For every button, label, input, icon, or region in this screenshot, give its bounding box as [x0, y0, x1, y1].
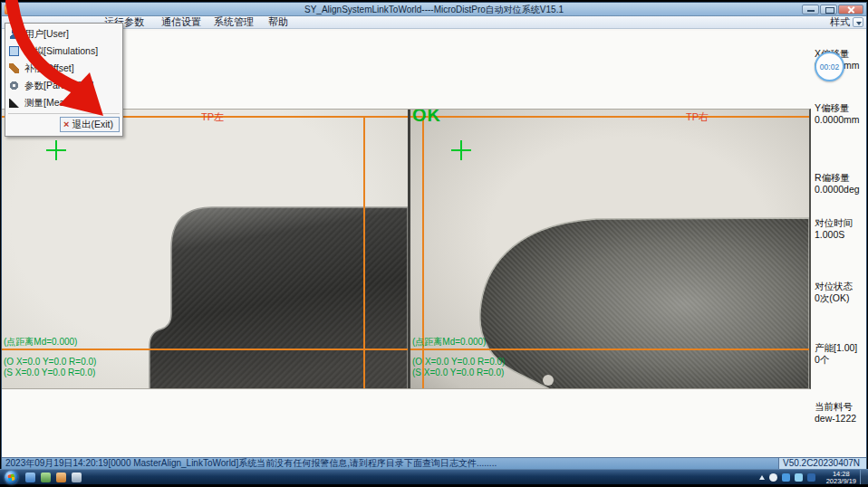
menu-item-system-manage[interactable]: 系统管理	[210, 16, 257, 28]
stat-capacity: 产能[1.00] 0个	[815, 342, 867, 366]
exit-button[interactable]: × 退出(Exit)	[60, 117, 120, 132]
stat-align-status: 对位状态 0次(OK)	[815, 281, 867, 304]
menu-item-comm-settings[interactable]: 通信设置	[158, 16, 205, 28]
window-title: SY_AlignSystemLinkToWorld----MicroDistPr…	[2, 3, 866, 16]
ok-status-label: OK	[412, 110, 441, 126]
maximize-button[interactable]	[820, 5, 837, 14]
style-label: 样式	[830, 16, 850, 28]
taskbar-app-icon[interactable]	[56, 473, 66, 482]
menu-item-label: 测量[Measuring]	[24, 97, 93, 110]
taskbar-app-icon[interactable]	[25, 473, 35, 482]
distance-readout: (点距离Md=0.000)	[412, 337, 486, 347]
recorder-badge[interactable]: 00:02	[815, 52, 844, 81]
menu-item-label: 模拟[Simulations]	[24, 45, 98, 58]
menu-item-help[interactable]: 帮助	[265, 16, 292, 28]
camera-viewport: TP左 (点距离Md=0.000) (O X=0.0 Y=0.0 R=0.0) …	[2, 109, 811, 389]
menu-item-label: 用户[User]	[24, 28, 69, 41]
crosshair-top-line	[410, 116, 809, 118]
params-icon	[9, 81, 19, 91]
menu-bar: 运行参数 通信设置 系统管理 帮助 样式	[2, 16, 866, 29]
caption-buttons	[802, 5, 863, 14]
dropdown-menu: 用户[User] 模拟[Simulations] 补偿[Offset] 参数[P…	[5, 23, 123, 137]
camera-title-left: TP左	[201, 110, 224, 124]
close-button[interactable]	[838, 5, 863, 14]
stat-r-offset: R偏移量 0.0000deg	[815, 172, 867, 196]
status-message: 2023年09月19日14:20:19[0000 MasterAlign_Lin…	[5, 458, 497, 469]
stat-label: R偏移量	[815, 172, 867, 184]
tray-icon[interactable]	[807, 473, 815, 482]
camera-panel-right: OK TP右 (点距离Md=0.000) (O X=0.0 Y=0.0 R=0.…	[410, 110, 809, 388]
simulation-icon	[9, 46, 19, 56]
tray-icon[interactable]	[782, 473, 790, 482]
minimize-button[interactable]	[802, 5, 819, 14]
crosshair-vertical-line	[422, 116, 424, 388]
s-offset-readout: (S X=0.0 Y=0.0 R=0.0)	[4, 368, 95, 377]
stat-align-time: 对位时间 1.000S	[815, 217, 867, 241]
menu-item-label: 参数[Param Set]	[24, 80, 93, 92]
clock-date: 2023/9/19	[826, 478, 856, 485]
stat-y-offset: Y偏移量 0.0000mm	[815, 102, 867, 126]
chevron-down-icon[interactable]	[853, 17, 863, 27]
windows-logo-icon	[7, 473, 14, 481]
distance-readout: (点距离Md=0.000)	[4, 337, 77, 347]
taskbar: 14:28 2023/9/19	[0, 469, 868, 484]
stat-value: dew-1222	[815, 413, 867, 425]
offset-icon	[9, 63, 19, 73]
user-icon	[9, 29, 19, 39]
title-bar: SY_AlignSystemLinkToWorld----MicroDistPr…	[2, 3, 866, 16]
s-offset-readout: (S X=0.0 Y=0.0 R=0.0)	[412, 368, 504, 377]
menu-item-simulations[interactable]: 模拟[Simulations]	[5, 43, 122, 60]
taskbar-app-icon[interactable]	[41, 473, 51, 482]
stat-value: 0次(OK)	[815, 292, 867, 304]
stat-label: Y偏移量	[815, 102, 867, 114]
stat-label: 当前料号	[815, 401, 867, 413]
version-label: V50.2C20230407N	[778, 458, 866, 469]
system-tray	[759, 473, 815, 482]
crosshair-horizontal-line	[2, 349, 408, 350]
camera-panel-left: TP左 (点距离Md=0.000) (O X=0.0 Y=0.0 R=0.0) …	[2, 110, 408, 388]
exit-label: 退出(Exit)	[72, 119, 113, 131]
crosshair-vertical-line	[363, 116, 365, 388]
menu-item-measuring[interactable]: 测量[Measuring]	[5, 94, 122, 111]
green-cross-marker	[451, 140, 471, 160]
o-offset-readout: (O X=0.0 Y=0.0 R=0.0)	[4, 357, 96, 367]
menu-separator	[8, 113, 120, 114]
taskbar-clock[interactable]: 14:28 2023/9/19	[826, 471, 856, 485]
show-desktop-button[interactable]	[860, 470, 868, 484]
stat-value: 1.000S	[815, 229, 867, 241]
menu-item-offset[interactable]: 补偿[Offset]	[5, 60, 122, 77]
menu-item-param-set[interactable]: 参数[Param Set]	[5, 77, 122, 94]
tray-icon[interactable]	[769, 473, 777, 482]
menu-item-user[interactable]: 用户[User]	[5, 25, 122, 43]
stat-value: 0.0000deg	[815, 184, 867, 196]
o-offset-readout: (O X=0.0 Y=0.0 R=0.0)	[412, 357, 505, 367]
taskbar-app-icon[interactable]	[72, 473, 82, 482]
crosshair-horizontal-line	[410, 349, 809, 350]
tray-icon[interactable]	[795, 473, 803, 482]
start-button[interactable]	[5, 471, 18, 484]
measure-icon	[9, 99, 19, 108]
stat-label: 对位时间	[815, 217, 867, 229]
client-area: TP左 (点距离Md=0.000) (O X=0.0 Y=0.0 R=0.0) …	[2, 31, 866, 457]
tray-expand-icon[interactable]	[759, 475, 765, 480]
stat-part-number: 当前料号 dew-1222	[815, 401, 867, 425]
style-combobox[interactable]: 样式	[830, 16, 863, 28]
stat-value: 0个	[815, 354, 867, 366]
stat-value: 0.0000mm	[815, 114, 867, 126]
app-window: SY_AlignSystemLinkToWorld----MicroDistPr…	[2, 3, 866, 469]
status-bar: 2023年09月19日14:20:19[0000 MasterAlign_Lin…	[2, 457, 866, 469]
green-cross-marker	[46, 140, 66, 160]
camera-title-right: TP右	[686, 110, 709, 124]
stat-label: 产能[1.00]	[815, 342, 867, 354]
close-icon: ×	[63, 119, 69, 129]
menu-item-label: 补偿[Offset]	[24, 62, 74, 75]
stat-label: 对位状态	[815, 281, 867, 292]
pinned-apps	[25, 473, 82, 482]
